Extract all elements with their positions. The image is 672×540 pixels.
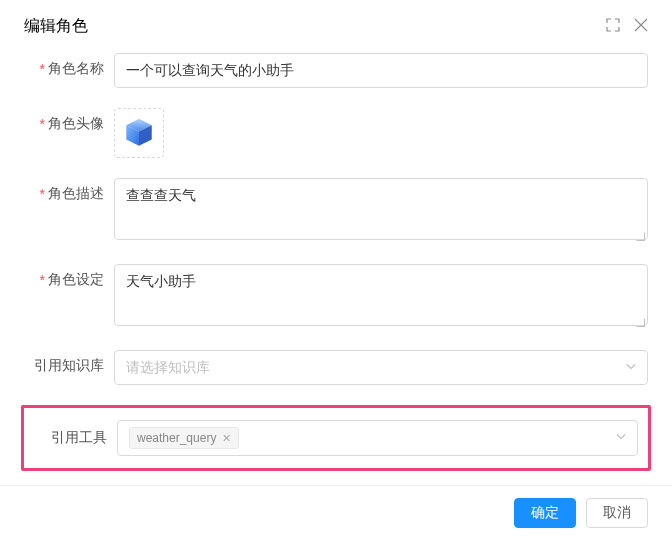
label-name: *角色名称 xyxy=(24,53,114,78)
label-description: *角色描述 xyxy=(24,178,114,203)
fullscreen-icon[interactable] xyxy=(606,18,620,36)
avatar-cube-icon xyxy=(122,116,156,150)
label-setting: *角色设定 xyxy=(24,264,114,289)
cancel-button[interactable]: 取消 xyxy=(586,498,648,528)
row-name: *角色名称 xyxy=(24,53,648,88)
tools-select[interactable]: weather_query ✕ xyxy=(117,420,638,456)
tag-remove-icon[interactable]: ✕ xyxy=(222,433,231,444)
row-tools-highlight: 引用工具 weather_query ✕ xyxy=(21,405,651,471)
name-input[interactable] xyxy=(114,53,648,88)
modal-footer: 确定 取消 xyxy=(0,485,672,540)
row-knowledge: 引用知识库 请选择知识库 xyxy=(24,350,648,385)
confirm-button[interactable]: 确定 xyxy=(514,498,576,528)
chevron-down-icon xyxy=(615,428,627,449)
label-tools: 引用工具 xyxy=(24,429,117,447)
tool-tag-label: weather_query xyxy=(137,429,216,447)
avatar-upload[interactable] xyxy=(114,108,164,158)
chevron-down-icon xyxy=(625,357,637,378)
tool-tag: weather_query ✕ xyxy=(129,427,239,449)
label-avatar: *角色头像 xyxy=(24,108,114,133)
form: *角色名称 *角色头像 xyxy=(0,49,672,471)
modal-header: 编辑角色 xyxy=(0,0,672,49)
header-actions xyxy=(606,18,648,36)
knowledge-select[interactable]: 请选择知识库 xyxy=(114,350,648,385)
description-textarea[interactable] xyxy=(114,178,648,240)
edit-role-modal: 编辑角色 *角色名称 *角色头像 xyxy=(0,0,672,540)
modal-title: 编辑角色 xyxy=(24,16,88,37)
knowledge-placeholder: 请选择知识库 xyxy=(126,357,210,378)
close-icon[interactable] xyxy=(634,18,648,36)
row-avatar: *角色头像 xyxy=(24,108,648,158)
row-description: *角色描述 xyxy=(24,178,648,244)
label-knowledge: 引用知识库 xyxy=(24,350,114,375)
row-setting: *角色设定 xyxy=(24,264,648,330)
setting-textarea[interactable] xyxy=(114,264,648,326)
